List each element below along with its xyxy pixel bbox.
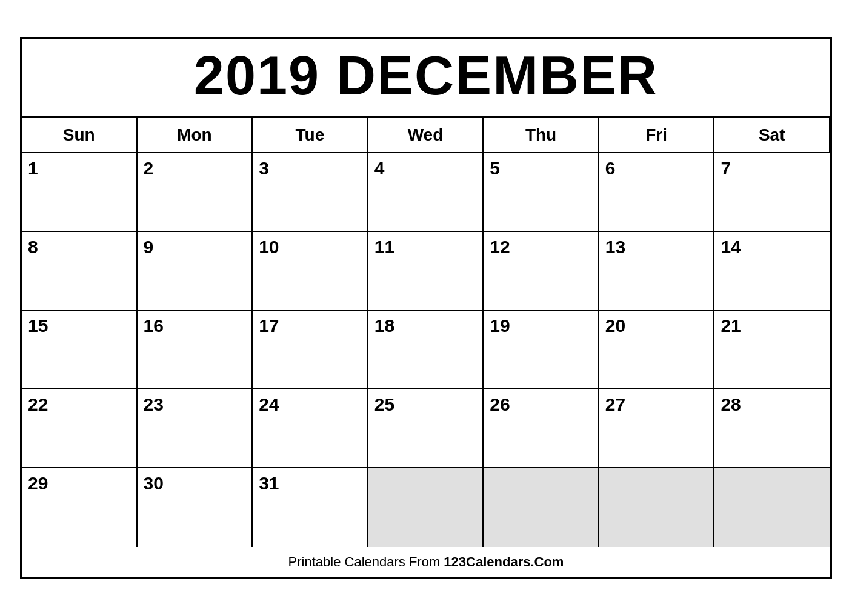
day-cell-3: 3 — [253, 153, 368, 232]
day-cell-27: 27 — [599, 389, 715, 468]
calendar-footer: Printable Calendars From 123Calendars.Co… — [22, 547, 830, 577]
day-cell-14: 14 — [714, 232, 830, 311]
day-cell-23: 23 — [138, 389, 253, 468]
calendar: 2019 DECEMBER SunMonTueWedThuFriSat12345… — [20, 37, 832, 579]
day-cell-8: 8 — [22, 232, 138, 311]
day-header-mon: Mon — [138, 118, 253, 153]
day-header-sun: Sun — [22, 118, 138, 153]
day-cell-30: 30 — [138, 468, 253, 547]
day-cell-7: 7 — [714, 153, 830, 232]
day-header-sat: Sat — [714, 118, 830, 153]
day-cell-9: 9 — [138, 232, 253, 311]
day-cell-29: 29 — [22, 468, 138, 547]
day-cell-28: 28 — [714, 389, 830, 468]
day-cell-17: 17 — [253, 311, 368, 389]
day-header-fri: Fri — [599, 118, 715, 153]
day-cell-18: 18 — [368, 311, 484, 389]
day-cell-31: 31 — [253, 468, 368, 547]
day-header-wed: Wed — [368, 118, 484, 153]
footer-prefix: Printable Calendars From — [288, 554, 444, 569]
day-cell-20: 20 — [599, 311, 715, 389]
footer-brand: 123Calendars.Com — [444, 554, 564, 569]
day-cell-24: 24 — [253, 389, 368, 468]
calendar-container: 2019 DECEMBER SunMonTueWedThuFriSat12345… — [20, 25, 832, 591]
day-cell-15: 15 — [22, 311, 138, 389]
day-cell-25: 25 — [368, 389, 484, 468]
day-header-thu: Thu — [484, 118, 599, 153]
day-cell-6: 6 — [599, 153, 715, 232]
day-cell-2: 2 — [138, 153, 253, 232]
day-header-tue: Tue — [253, 118, 368, 153]
day-cell-26: 26 — [484, 389, 599, 468]
empty-cell — [484, 468, 599, 547]
day-cell-11: 11 — [368, 232, 484, 311]
day-cell-4: 4 — [368, 153, 484, 232]
day-cell-1: 1 — [22, 153, 138, 232]
day-cell-12: 12 — [484, 232, 599, 311]
day-cell-10: 10 — [253, 232, 368, 311]
day-cell-22: 22 — [22, 389, 138, 468]
day-cell-16: 16 — [138, 311, 253, 389]
empty-cell — [599, 468, 715, 547]
day-cell-21: 21 — [714, 311, 830, 389]
calendar-title: 2019 DECEMBER — [22, 39, 830, 118]
day-cell-5: 5 — [484, 153, 599, 232]
day-cell-13: 13 — [599, 232, 715, 311]
empty-cell — [714, 468, 830, 547]
calendar-grid: SunMonTueWedThuFriSat1234567891011121314… — [22, 118, 830, 547]
empty-cell — [368, 468, 484, 547]
day-cell-19: 19 — [484, 311, 599, 389]
